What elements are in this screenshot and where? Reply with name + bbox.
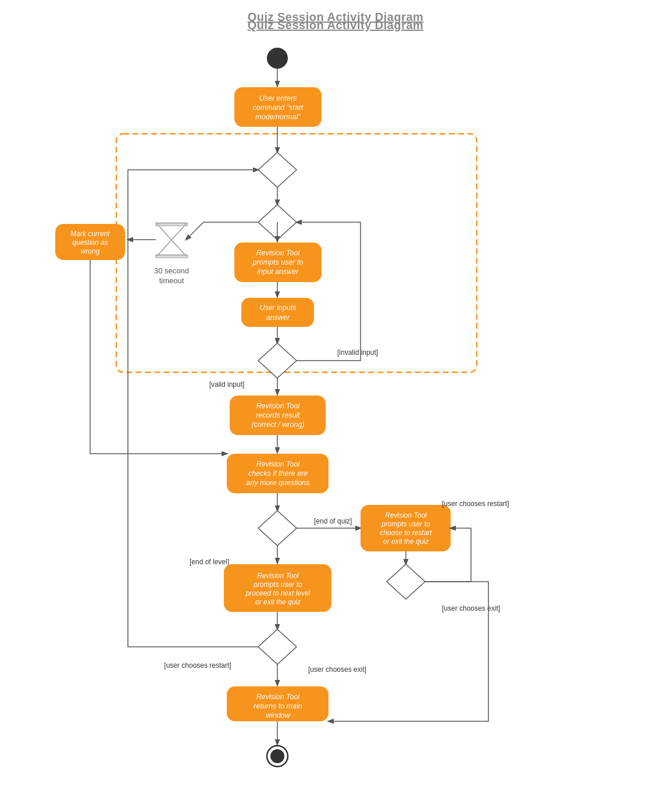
svg-marker-35 xyxy=(258,511,297,546)
svg-text:prompts user to: prompts user to xyxy=(253,580,302,589)
svg-text:prompts user to: prompts user to xyxy=(381,520,430,528)
svg-text:[user chooses exit]: [user chooses exit] xyxy=(308,665,366,674)
title-text: Quiz Session Activity Diagram xyxy=(248,19,424,31)
svg-marker-21 xyxy=(258,343,297,378)
svg-text:Revision Tool: Revision Tool xyxy=(256,402,301,410)
diagram-container: Quiz Session Activity Diagram User enter… xyxy=(0,0,671,812)
svg-text:proceed to next level: proceed to next level xyxy=(245,589,310,597)
svg-text:any more questions: any more questions xyxy=(246,479,309,487)
svg-text:(correct / wrong): (correct / wrong) xyxy=(252,421,305,429)
svg-text:returns to main: returns to main xyxy=(254,702,302,710)
svg-text:[user chooses restart]: [user chooses restart] xyxy=(442,500,509,508)
svg-text:30 second: 30 second xyxy=(154,266,189,275)
svg-text:Revision Tool: Revision Tool xyxy=(385,511,427,519)
svg-text:timeout: timeout xyxy=(159,276,184,285)
svg-text:Revision Tool: Revision Tool xyxy=(257,572,299,580)
svg-marker-8 xyxy=(258,152,297,187)
svg-marker-45 xyxy=(387,564,425,599)
svg-text:[user chooses exit]: [user chooses exit] xyxy=(442,604,500,612)
svg-text:checks if there are: checks if there are xyxy=(248,469,308,478)
svg-text:mode/normal": mode/normal" xyxy=(255,113,301,121)
svg-text:or exit the quiz: or exit the quiz xyxy=(255,598,301,606)
svg-text:window: window xyxy=(266,711,291,720)
svg-text:Revision Tool: Revision Tool xyxy=(256,693,301,701)
svg-text:records result: records result xyxy=(256,411,300,419)
diagram-title-overlay: Quiz Session Activity Diagram xyxy=(0,8,671,32)
svg-text:question as: question as xyxy=(72,238,108,247)
svg-text:Revision Tool: Revision Tool xyxy=(256,249,301,257)
svg-text:Mark current: Mark current xyxy=(70,230,110,238)
svg-text:User enters: User enters xyxy=(259,94,297,102)
svg-text:prompts user to: prompts user to xyxy=(252,258,304,266)
svg-point-65 xyxy=(270,749,284,763)
svg-rect-17 xyxy=(241,298,314,327)
svg-text:choose to restart: choose to restart xyxy=(380,529,432,537)
svg-text:[user chooses restart]: [user chooses restart] xyxy=(164,661,231,669)
diagram-svg: User enters command "start mode/normal" … xyxy=(0,0,671,812)
svg-text:[invalid input]: [invalid input] xyxy=(337,348,378,357)
svg-text:[valid input]: [valid input] xyxy=(209,380,245,389)
svg-point-1 xyxy=(267,48,288,69)
svg-text:[end of quiz]: [end of quiz] xyxy=(314,517,352,525)
svg-marker-55 xyxy=(258,629,297,664)
svg-text:[end of level]: [end of level] xyxy=(190,558,229,566)
svg-text:answer: answer xyxy=(266,314,290,322)
svg-text:wrong: wrong xyxy=(81,247,100,255)
svg-text:User inputs: User inputs xyxy=(259,304,296,312)
svg-text:Revision Tool: Revision Tool xyxy=(256,460,301,468)
svg-text:or exit the quiz: or exit the quiz xyxy=(383,537,429,546)
svg-text:command "start: command "start xyxy=(252,104,304,112)
svg-text:input answer: input answer xyxy=(258,268,299,276)
